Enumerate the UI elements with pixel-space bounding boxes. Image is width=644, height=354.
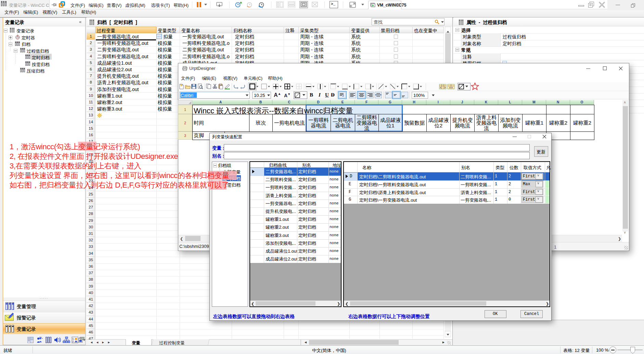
svg-text:2.: 2. bbox=[72, 340, 75, 343]
